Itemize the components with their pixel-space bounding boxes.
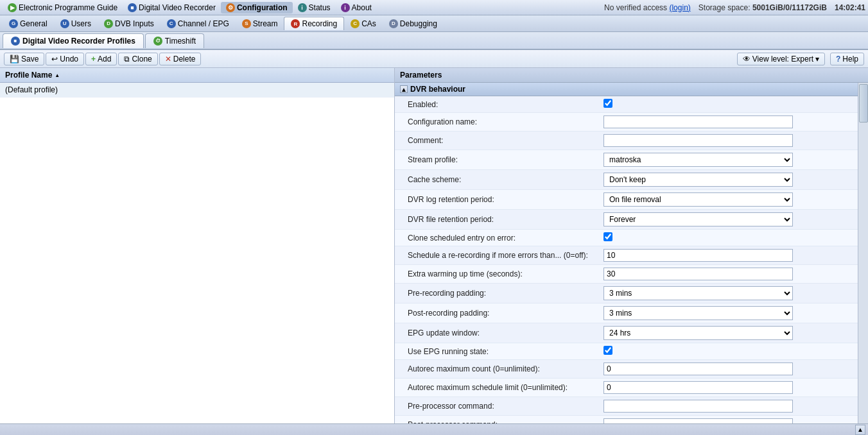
topbar-config-label: Configuration <box>237 3 288 12</box>
delete-label: Delete <box>173 55 196 64</box>
tab-bar: ■ Digital Video Recorder Profiles ⏱ Time… <box>0 32 868 50</box>
pre-recording-select[interactable]: 3 mins <box>603 286 793 300</box>
nav-cas[interactable]: C CAs <box>344 17 383 30</box>
cache-scheme-select[interactable]: Don't keep <box>603 173 793 187</box>
top-bar-right: No verified access (login) Storage space… <box>604 3 865 12</box>
topbar-epg-label: Electronic Programme Guide <box>19 3 117 12</box>
nav-channel-label: Channel / EPG <box>178 19 229 28</box>
nav-dvb-inputs[interactable]: D DVB Inputs <box>98 17 161 30</box>
autorec-schedule-input[interactable] <box>603 381 793 394</box>
clone-button[interactable]: ⧉ Clone <box>118 53 157 65</box>
nav-general[interactable]: G General <box>3 17 54 30</box>
topbar-status-label: Status <box>309 3 331 12</box>
schedule-rerecord-input[interactable] <box>603 249 793 262</box>
view-level-selector[interactable]: 👁 View level: Expert ▾ <box>737 53 825 65</box>
config-name-input[interactable] <box>603 115 793 128</box>
clone-scheduled-label: Clone scheduled entry on error: <box>408 234 603 243</box>
stream-profile-select[interactable]: matroska <box>603 153 793 167</box>
field-enabled: Enabled: <box>395 96 858 113</box>
scrollbar-thumb[interactable] <box>859 84 868 123</box>
help-icon: ? <box>836 55 840 64</box>
about-icon: i <box>341 3 350 12</box>
dvr-file-retention-control: Forever <box>603 212 853 226</box>
field-schedule-rerecord: Schedule a re-recording if more errors t… <box>395 246 858 265</box>
tab-dvr-profiles[interactable]: ■ Digital Video Recorder Profiles <box>3 33 144 48</box>
profile-name-header[interactable]: Profile Name ▲ <box>0 68 394 83</box>
chevron-down-icon: ▾ <box>815 55 819 64</box>
field-comment: Comment: <box>395 132 858 150</box>
delete-icon: ✕ <box>165 55 171 64</box>
topbar-epg[interactable]: ▶ Electronic Programme Guide <box>3 2 123 13</box>
stream-profile-control: matroska <box>603 153 853 167</box>
post-recording-label: Post-recording padding: <box>408 309 603 318</box>
enabled-checkbox[interactable] <box>603 99 612 108</box>
post-processor-label: Post-processor command: <box>408 420 603 423</box>
timeshift-icon: ⏱ <box>153 37 162 46</box>
autorec-count-input[interactable] <box>603 362 793 375</box>
scroll-to-top-button[interactable]: ▲ <box>855 425 865 435</box>
topbar-config[interactable]: ⚙ Configuration <box>221 2 293 13</box>
nav-users[interactable]: U Users <box>54 17 98 30</box>
epg-window-label: EPG update window: <box>408 328 603 337</box>
stream-icon: S <box>242 19 251 28</box>
undo-button[interactable]: ↩ Undo <box>46 53 84 65</box>
topbar-about-label: About <box>352 3 372 12</box>
config-name-label: Configuration name: <box>408 117 603 126</box>
epg-window-select[interactable]: 24 hrs <box>603 326 793 340</box>
dvr-profiles-icon: ■ <box>11 37 20 46</box>
topbar-status[interactable]: i Status <box>293 2 336 13</box>
dvb-icon: D <box>104 19 113 28</box>
post-recording-select[interactable]: 3 mins <box>603 306 793 320</box>
epg-running-state-checkbox[interactable] <box>603 346 612 355</box>
nav-stream-label: Stream <box>253 19 278 28</box>
extra-warmup-label: Extra warming up time (seconds): <box>408 269 603 278</box>
clone-scheduled-checkbox[interactable] <box>603 232 612 241</box>
channel-icon: C <box>167 19 176 28</box>
nav-stream[interactable]: S Stream <box>236 17 284 30</box>
general-icon: G <box>9 19 18 28</box>
cas-icon: C <box>351 19 360 28</box>
column-header-label: Profile Name <box>5 71 52 80</box>
dvr-log-retention-select[interactable]: On file removal <box>603 192 793 207</box>
field-config-name: Configuration name: <box>395 113 858 132</box>
profile-row-default[interactable]: (Default profile) <box>0 83 394 98</box>
save-button[interactable]: 💾 Save <box>4 53 44 65</box>
field-dvr-log-retention: DVR log retention period: On file remova… <box>395 190 858 210</box>
comment-input[interactable] <box>603 134 793 147</box>
section-toggle[interactable]: ▲ <box>400 85 408 93</box>
dvr-behaviour-section[interactable]: ▲ DVR behaviour <box>395 83 858 96</box>
extra-warmup-input[interactable] <box>603 268 793 280</box>
add-button[interactable]: + Add <box>85 53 117 65</box>
delete-button[interactable]: ✕ Delete <box>159 53 202 65</box>
nav-recording-label: Recording <box>302 19 337 28</box>
enabled-label: Enabled: <box>408 100 603 109</box>
field-pre-recording: Pre-recording padding: 3 mins <box>395 284 858 303</box>
nav-channel-epg[interactable]: C Channel / EPG <box>161 17 236 30</box>
stream-profile-label: Stream profile: <box>408 155 603 164</box>
dvr-file-retention-select[interactable]: Forever <box>603 212 793 226</box>
epg-icon: ▶ <box>8 3 17 12</box>
nav-bar: G General U Users D DVB Inputs C Channel… <box>0 15 868 32</box>
post-recording-control: 3 mins <box>603 306 853 320</box>
post-processor-input[interactable] <box>603 418 793 423</box>
autorec-count-control <box>603 362 853 375</box>
dvr-file-retention-label: DVR file retention period: <box>408 215 603 224</box>
cache-scheme-control: Don't keep <box>603 173 853 187</box>
nav-recording[interactable]: R Recording <box>284 17 344 30</box>
schedule-rerecord-control <box>603 249 853 262</box>
topbar-about[interactable]: i About <box>336 2 377 13</box>
view-level-icon: 👁 <box>743 55 751 64</box>
nav-debug-label: Debugging <box>400 19 437 28</box>
pre-processor-input[interactable] <box>603 400 793 413</box>
autorec-count-label: Autorec maximum count (0=unlimited): <box>408 364 603 373</box>
nav-debugging[interactable]: D Debugging <box>383 17 444 30</box>
autorec-schedule-label: Autorec maximum schedule limit (0=unlimi… <box>408 383 603 392</box>
topbar-dvr[interactable]: ■ Digital Video Recorder <box>123 2 221 13</box>
left-panel: Profile Name ▲ (Default profile) <box>0 68 395 423</box>
help-button[interactable]: ? Help <box>830 53 864 65</box>
tab-timeshift[interactable]: ⏱ Timeshift <box>145 33 204 48</box>
scrollbar[interactable] <box>858 83 868 423</box>
add-icon: + <box>91 55 96 64</box>
nav-users-label: Users <box>71 19 91 28</box>
pre-processor-control <box>603 400 853 413</box>
